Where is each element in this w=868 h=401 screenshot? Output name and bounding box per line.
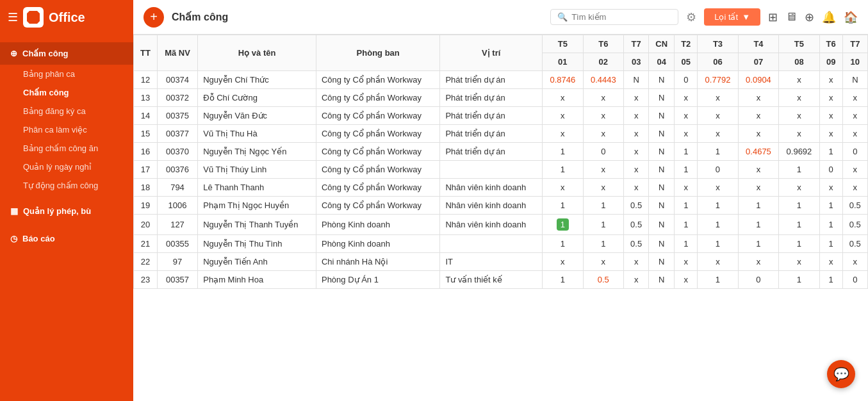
bell-icon[interactable]: 🔔 — [822, 10, 836, 24]
logo — [23, 7, 44, 28]
sidebar-item-phancalamviec[interactable]: Phân ca làm việc — [0, 120, 133, 139]
table-cell: x — [738, 253, 778, 271]
table-cell: 1 — [543, 143, 583, 161]
table-cell: 1 — [583, 197, 623, 215]
col-d10: 10 — [842, 53, 867, 71]
table-cell: 1 — [738, 197, 778, 215]
sidebar-item-baocao[interactable]: ◷ Báo cáo — [0, 227, 133, 250]
chat-bubble-button[interactable]: 💬 — [827, 360, 855, 388]
table-cell: x — [842, 125, 867, 143]
table-row: 191006Phạm Thị Ngọc HuyềnCông ty Cổ phần… — [134, 197, 868, 215]
table-row: 20127Nguyễn Thị Thanh TuyềnPhòng Kinh do… — [134, 215, 868, 235]
col-d03: 03 — [624, 53, 649, 71]
table-cell: Nguyễn Chí Thức — [198, 71, 316, 89]
table-cell: x — [698, 125, 738, 143]
col-t6: T6 — [583, 35, 623, 53]
table-cell: x — [819, 71, 842, 89]
table-cell: 1 — [779, 197, 819, 215]
table-cell: x — [543, 89, 583, 107]
sidebar-item-tudong[interactable]: Tự động chấm công — [0, 176, 133, 195]
table-cell: 1 — [779, 235, 819, 253]
table-cell: x — [583, 179, 623, 197]
table-header-row1: TT Mã NV Họ và tên Phòng ban Vị trí T5 T… — [134, 35, 868, 53]
col-phong: Phòng ban — [316, 35, 439, 71]
table-cell: x — [779, 89, 819, 107]
col-manv: Mã NV — [157, 35, 197, 71]
table-cell: Công ty Cổ phần Workway — [316, 161, 439, 179]
table-cell: N — [649, 161, 675, 179]
table-cell: Lê Thanh Thanh — [198, 179, 316, 197]
table-cell: 0.8746 — [543, 71, 583, 89]
table-cell: x — [738, 125, 778, 143]
home-icon[interactable]: 🏠 — [844, 10, 858, 24]
baocao-icon: ◷ — [10, 234, 17, 243]
sidebar-item-bangphanca[interactable]: Bảng phân ca — [0, 65, 133, 83]
col-d06: 06 — [698, 53, 738, 71]
table-cell: Nguyễn Văn Đức — [198, 107, 316, 125]
table-body: 1200374Nguyễn Chí ThứcCông ty Cổ phần Wo… — [134, 71, 868, 289]
table-cell: x — [583, 107, 623, 125]
grid-icon[interactable]: ⊞ — [768, 10, 778, 24]
table-cell: x — [583, 89, 623, 107]
table-cell: 0.9692 — [779, 143, 819, 161]
col-t7: T7 — [624, 35, 649, 53]
topbar: + Chấm công 🔍 ⚙ Lọi tất ▼ ⊞ 🖥 ⊕ 🔔 🏠 — [133, 0, 868, 35]
search-icon: 🔍 — [557, 12, 568, 22]
sidebar-item-bangchamcongan[interactable]: Bảng chấm công ăn — [0, 139, 133, 158]
table-cell: 1 — [738, 215, 778, 235]
plus-circle-icon[interactable]: ⊕ — [805, 10, 814, 24]
sidebar-item-quanlyngaynghi[interactable]: Quản lý ngày nghỉ — [0, 158, 133, 176]
table-cell: x — [779, 125, 819, 143]
chamcong-icon: ⊕ — [10, 49, 17, 58]
table-cell: 0.5 — [842, 215, 867, 235]
table-cell: 22 — [134, 253, 158, 271]
table-cell: N — [649, 215, 675, 235]
table-cell: 1 — [698, 271, 738, 289]
filter-icon[interactable]: ⚙ — [686, 10, 696, 24]
chat-icon: 💬 — [833, 366, 849, 382]
table-cell: x — [779, 253, 819, 271]
table-cell: x — [842, 89, 867, 107]
col-d09: 09 — [819, 53, 842, 71]
table-cell: Tư vấn thiết kế — [440, 271, 543, 289]
col-t4: T4 — [738, 35, 778, 53]
table-cell: x — [819, 179, 842, 197]
table-cell: N — [649, 253, 675, 271]
sidebar-item-phepbu[interactable]: ▦ Quản lý phép, bù — [0, 200, 133, 222]
table-cell — [440, 161, 543, 179]
table-cell: x — [583, 125, 623, 143]
table-cell: x — [543, 107, 583, 125]
table-cell: x — [779, 179, 819, 197]
table-cell: 1 — [698, 215, 738, 235]
table-cell: x — [624, 253, 649, 271]
table-cell: 1 — [583, 215, 623, 235]
phepbu-icon: ▦ — [10, 206, 18, 216]
menu-icon[interactable]: ☰ — [8, 10, 18, 24]
col-d01: 01 — [543, 53, 583, 71]
table-cell: 0 — [583, 143, 623, 161]
add-button[interactable]: + — [143, 7, 164, 28]
table-cell: 00355 — [157, 235, 197, 253]
table-cell: Nguyễn Thị Thanh Tuyền — [198, 215, 316, 235]
table-cell: Phát triển dự án — [440, 89, 543, 107]
table-cell: x — [624, 107, 649, 125]
sidebar-item-chamcong-sub[interactable]: Chấm công — [0, 83, 133, 102]
table-cell: 1 — [738, 235, 778, 253]
monitor-icon[interactable]: 🖥 — [785, 10, 797, 24]
col-cn: CN — [649, 35, 675, 53]
table-cell: Công ty Cổ phần Workway — [316, 179, 439, 197]
col-tt: TT — [134, 35, 158, 71]
table-cell: Nguyễn Thị Ngọc Yến — [198, 143, 316, 161]
col-t5b: T5 — [779, 35, 819, 53]
sidebar-item-bangdangkyca[interactable]: Bảng đăng ký ca — [0, 102, 133, 120]
table-cell: Phát triển dự án — [440, 71, 543, 89]
filter-button[interactable]: Lọi tất ▼ — [704, 8, 760, 26]
col-t5: T5 — [543, 35, 583, 53]
table-cell: x — [819, 107, 842, 125]
table-cell: 1 — [583, 235, 623, 253]
sidebar-baocao-label: Báo cáo — [22, 234, 55, 243]
col-t6b: T6 — [819, 35, 842, 53]
sidebar-item-chamcong[interactable]: ⊕ Chấm công — [0, 42, 133, 65]
search-box[interactable]: 🔍 — [550, 9, 678, 25]
search-input[interactable] — [571, 12, 671, 22]
